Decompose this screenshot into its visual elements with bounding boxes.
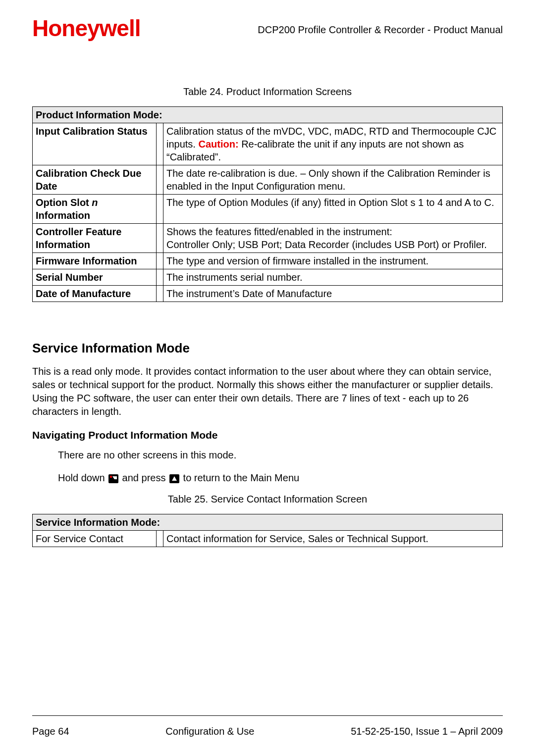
section-heading: Service Information Mode [32,341,503,356]
document-title: DCP200 Profile Controller & Recorder - P… [258,24,503,36]
spacer [157,195,163,224]
table-row: Option Slot n Information The type of Op… [33,195,503,224]
text: Option Slot [36,197,92,208]
nav-instruction-2: Hold down and press to return to the Mai… [58,471,503,485]
caution-text: Caution: [198,139,238,150]
row-desc: The instruments serial number. [163,269,503,286]
row-label: Calibration Check Due Date [33,165,157,195]
spacer [157,253,163,269]
row-label: Date of Manufacture [33,286,157,302]
text: to return to the Main Menu [180,472,299,483]
row-desc: Calibration status of the mVDC, VDC, mAD… [163,123,503,165]
section-paragraph: This is a read only mode. It provides co… [32,365,503,418]
service-info-table: Service Information Mode: For Service Co… [32,514,503,547]
table-row: Input Calibration Status Calibration sta… [33,123,503,165]
row-label: Firmware Information [33,253,157,269]
row-label: For Service Contact [33,531,157,547]
d-key-icon [108,474,118,483]
spacer [157,286,163,302]
footer-rule [32,715,503,716]
page: Honeywell DCP200 Profile Controller & Re… [0,0,535,756]
page-footer: Page 64 Configuration & Use 51-52-25-150… [32,715,503,737]
table-25-caption: Table 25. Service Contact Information Sc… [32,494,503,505]
row-label: Input Calibration Status [33,123,157,165]
spacer [157,269,163,286]
spacer [157,165,163,195]
page-header: Honeywell DCP200 Profile Controller & Re… [32,15,503,42]
table-row: Date of Manufacture The instrument’s Dat… [33,286,503,302]
subsection-heading: Navigating Product Information Mode [32,429,503,441]
footer-section: Configuration & Use [165,726,254,737]
spacer [157,123,163,165]
honeywell-logo: Honeywell [32,15,141,42]
row-desc: The type of Option Modules (if any) fitt… [163,195,503,224]
text: Information [36,210,90,221]
row-desc: The instrument’s Date of Manufacture [163,286,503,302]
table-24-caption: Table 24. Product Information Screens [32,86,503,98]
nav-instruction-1: There are no other screens in this mode. [58,448,503,462]
row-label: Serial Number [33,269,157,286]
row-desc: The type and version of firmware install… [163,253,503,269]
spacer [157,224,163,253]
table-24-header: Product Information Mode: [33,107,503,123]
spacer [157,531,163,547]
row-label: Controller Feature Information [33,224,157,253]
footer-doc-id: 51-52-25-150, Issue 1 – April 2009 [351,726,503,737]
table-25-header: Service Information Mode: [33,514,503,531]
table-row: For Service Contact Contact information … [33,531,503,547]
table-row: Controller Feature Information Shows the… [33,224,503,253]
italic-n: n [92,197,98,208]
row-label: Option Slot n Information [33,195,157,224]
up-arrow-key-icon [169,474,179,483]
table-row: Firmware Information The type and versio… [33,253,503,269]
text: Hold down [58,472,107,483]
row-desc: Contact information for Service, Sales o… [163,531,503,547]
text: and press [119,472,168,483]
table-row: Serial Number The instruments serial num… [33,269,503,286]
table-row: Calibration Check Due Date The date re-c… [33,165,503,195]
product-info-table: Product Information Mode: Input Calibrat… [32,106,503,302]
row-desc: The date re-calibration is due. – Only s… [163,165,503,195]
footer-page: Page 64 [32,726,69,737]
row-desc: Shows the features fitted/enabled in the… [163,224,503,253]
